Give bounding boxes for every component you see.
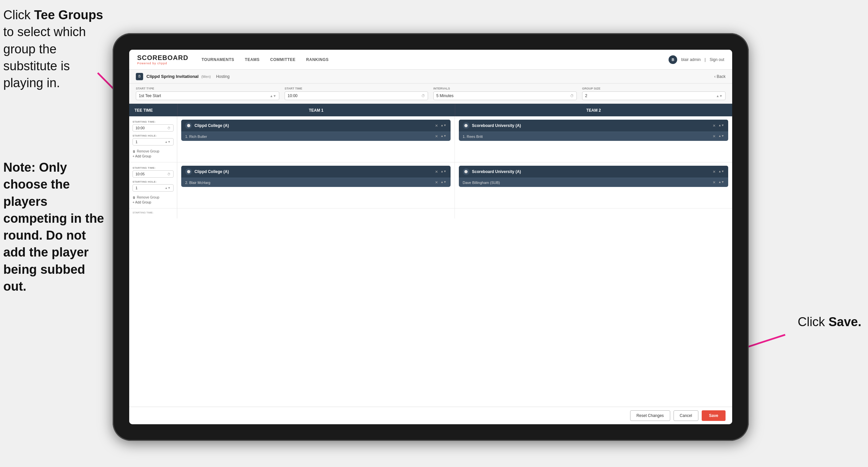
group2-starting-hole-section: STARTING HOLE: 1 ▲▼ bbox=[132, 180, 174, 192]
group2-add-button[interactable]: + Add Group bbox=[132, 201, 174, 204]
group-row-3-partial: STARTING TIME: bbox=[129, 208, 732, 218]
stepper-icon-g1: ▲▼ bbox=[165, 140, 170, 144]
tournament-title: Clippd Spring Invitational bbox=[147, 74, 198, 79]
nav-links: TOURNAMENTS TEAMS COMMITTEE RANKINGS bbox=[202, 56, 669, 63]
start-type-value: 1st Tee Start bbox=[139, 93, 161, 98]
clock-icon: ⏱ bbox=[422, 94, 425, 98]
group2-team1-cell: ⚪ Clippd College (A) ✕ ▲▼ 2. Blair McHar… bbox=[177, 163, 455, 208]
group2-team2-expand-icon[interactable]: ▲▼ bbox=[718, 170, 724, 174]
group1-team1-header: ⚪ Clippd College (A) ✕ ▲▼ bbox=[181, 120, 451, 132]
group-size-label: Group Size bbox=[582, 87, 725, 90]
group1-starting-hole-input[interactable]: 1 ▲▼ bbox=[132, 138, 174, 146]
navbar: SCOREBOARD Powered by clippd TOURNAMENTS… bbox=[129, 50, 732, 69]
group2-team2-controls: ✕ ▲▼ bbox=[713, 170, 724, 174]
group2-team2-remove-icon[interactable]: ✕ bbox=[713, 170, 716, 174]
group1-team1-player1-row: 1. Rich Butler ✕ ▲▼ bbox=[181, 132, 451, 141]
intervals-label: Intervals bbox=[433, 87, 577, 90]
group2-team2-card: ⚪ Scoreboard University (A) ✕ ▲▼ Dave Bi… bbox=[459, 166, 728, 187]
group-row-1: STARTING TIME: 10:00 ⏱ STARTING HOLE: 1 … bbox=[129, 116, 732, 163]
group1-team1-icon: ⚪ bbox=[185, 122, 192, 129]
group2-starting-hole-value: 1 bbox=[135, 186, 137, 190]
group1-team1-cell: ⚪ Clippd College (A) ✕ ▲▼ 1. Rich Butler bbox=[177, 116, 455, 162]
tee-time-header: Tee Time bbox=[129, 104, 177, 116]
group-size-arrow-icon: ▲▼ bbox=[716, 94, 722, 98]
group2-team1-player1-expand-icon[interactable]: ▲▼ bbox=[441, 180, 446, 185]
group1-team2-controls: ✕ ▲▼ bbox=[713, 124, 724, 128]
nav-teams[interactable]: TEAMS bbox=[245, 56, 260, 63]
group2-add-label: + Add Group bbox=[132, 201, 151, 204]
group3-time-partial: STARTING TIME: bbox=[132, 211, 174, 214]
group3-sidebar-partial: STARTING TIME: bbox=[129, 208, 177, 218]
group3-team2-partial bbox=[455, 208, 733, 218]
group2-team2-player1-remove-icon[interactable]: ✕ bbox=[713, 180, 716, 185]
intervals-clock-icon: ⏱ bbox=[570, 94, 574, 98]
group2-team1-controls: ✕ ▲▼ bbox=[435, 170, 446, 174]
group1-add-button[interactable]: + Add Group bbox=[132, 154, 174, 158]
group1-team2-player1-remove-icon[interactable]: ✕ bbox=[713, 134, 716, 139]
group1-team2-player1-expand-icon[interactable]: ▲▼ bbox=[718, 134, 724, 139]
group2-team2-player1-expand-icon[interactable]: ▲▼ bbox=[718, 180, 724, 185]
back-button[interactable]: ‹ Back bbox=[714, 74, 725, 79]
group1-team2-cell: ⚪ Scoreboard University (A) ✕ ▲▼ 1. Rees… bbox=[455, 116, 733, 162]
group1-team2-card: ⚪ Scoreboard University (A) ✕ ▲▼ 1. Rees… bbox=[459, 120, 728, 141]
group2-team1-expand-icon[interactable]: ▲▼ bbox=[441, 170, 446, 174]
group2-team2-header: ⚪ Scoreboard University (A) ✕ ▲▼ bbox=[459, 166, 728, 178]
user-name: blair admin bbox=[681, 57, 701, 62]
logo-main: SCOREBOARD bbox=[137, 54, 188, 62]
nav-right: B blair admin | Sign out bbox=[669, 55, 724, 64]
clock-icon-g1: ⏱ bbox=[167, 126, 170, 130]
start-type-field: Start Type 1st Tee Start ▲▼ bbox=[136, 87, 279, 100]
save-button[interactable]: Save bbox=[702, 410, 725, 421]
logo-sub: Powered by clippd bbox=[137, 62, 188, 65]
team1-header: Team 1 bbox=[177, 104, 455, 116]
cancel-button[interactable]: Cancel bbox=[674, 410, 699, 421]
group1-team2-expand-icon[interactable]: ▲▼ bbox=[718, 124, 724, 128]
intervals-input[interactable]: 5 Minutes ⏱ bbox=[433, 91, 577, 100]
nav-tournaments[interactable]: TOURNAMENTS bbox=[202, 56, 234, 63]
tee-groups-bold: Tee Groups bbox=[34, 8, 103, 22]
intervals-field: Intervals 5 Minutes ⏱ bbox=[433, 87, 577, 100]
nav-committee[interactable]: COMMITTEE bbox=[270, 56, 296, 63]
group1-team1-expand-icon[interactable]: ▲▼ bbox=[441, 124, 446, 128]
group2-team2-name: Scoreboard University (A) bbox=[472, 169, 710, 174]
clock-icon-g2: ⏱ bbox=[167, 172, 170, 176]
group1-team1-controls: ✕ ▲▼ bbox=[435, 124, 446, 128]
group2-team1-player1-remove-icon[interactable]: ✕ bbox=[435, 180, 438, 185]
group1-team1-remove-icon[interactable]: ✕ bbox=[435, 124, 438, 128]
reset-changes-button[interactable]: Reset Changes bbox=[630, 410, 670, 421]
group-size-input[interactable]: 2 ▲▼ bbox=[582, 91, 725, 100]
group2-starting-time-input[interactable]: 10:05 ⏱ bbox=[132, 170, 174, 178]
group1-starting-time-input[interactable]: 10:00 ⏱ bbox=[132, 124, 174, 132]
group1-team2-remove-icon[interactable]: ✕ bbox=[713, 124, 716, 128]
annotation-right: Click Save. bbox=[798, 315, 861, 329]
group2-team1-name: Clippd College (A) bbox=[194, 169, 432, 174]
start-type-input[interactable]: 1st Tee Start ▲▼ bbox=[136, 91, 279, 100]
team1-header-label: Team 1 bbox=[309, 108, 323, 113]
group1-team1-player1-remove-icon[interactable]: ✕ bbox=[435, 134, 438, 139]
group-size-value: 2 bbox=[585, 93, 587, 98]
column-headers: Tee Time Team 1 Team 2 bbox=[129, 104, 732, 116]
save-bold: Save. bbox=[829, 315, 861, 329]
group-row-2: STARTING TIME: 10:05 ⏱ STARTING HOLE: 1 … bbox=[129, 163, 732, 208]
annotation-left-top: Click Tee Groups to select which group t… bbox=[3, 7, 106, 91]
group2-starting-time-section: STARTING TIME: 10:05 ⏱ bbox=[132, 166, 174, 178]
group1-remove-label: Remove Group bbox=[137, 149, 159, 153]
group1-team2-player1-controls: ✕ ▲▼ bbox=[713, 134, 724, 139]
grid-rows: STARTING TIME: 10:00 ⏱ STARTING HOLE: 1 … bbox=[129, 116, 732, 407]
group2-starting-hole-input[interactable]: 1 ▲▼ bbox=[132, 184, 174, 192]
nav-rankings[interactable]: RANKINGS bbox=[306, 56, 329, 63]
group2-team1-icon: ⚪ bbox=[185, 168, 192, 175]
group2-team1-player1-name: 2. Blair McHarg bbox=[185, 181, 435, 185]
sign-out-link[interactable]: Sign out bbox=[710, 57, 724, 62]
tournament-tag: (Men) bbox=[201, 75, 211, 79]
group1-remove-button[interactable]: 🗑 Remove Group bbox=[132, 149, 174, 153]
start-time-label: Start Time bbox=[285, 87, 428, 90]
group2-remove-button[interactable]: 🗑 Remove Group bbox=[132, 196, 174, 199]
group2-team1-remove-icon[interactable]: ✕ bbox=[435, 170, 438, 174]
start-type-arrow-icon: ▲▼ bbox=[270, 94, 276, 98]
trash-icon-g2: 🗑 bbox=[132, 196, 135, 199]
group1-team1-player1-expand-icon[interactable]: ▲▼ bbox=[441, 134, 446, 139]
sub-header-icon: B bbox=[136, 73, 143, 80]
start-time-input[interactable]: 10:00 ⏱ bbox=[285, 91, 428, 100]
group2-team2-player1-controls: ✕ ▲▼ bbox=[713, 180, 724, 185]
